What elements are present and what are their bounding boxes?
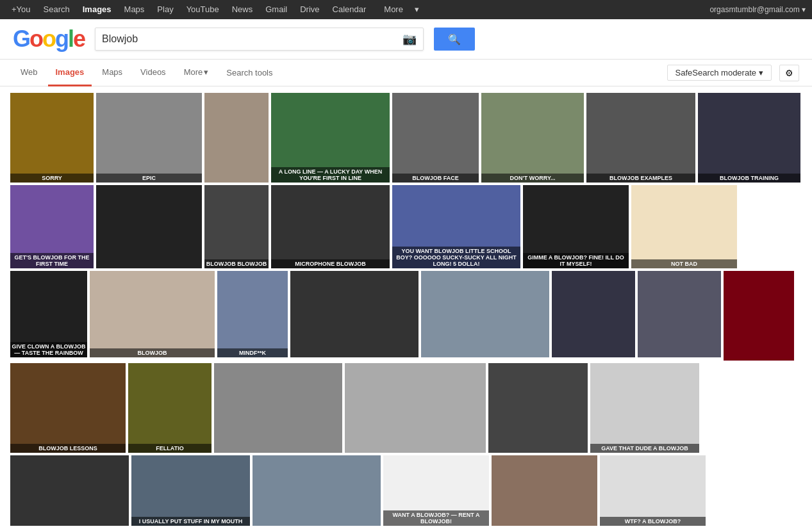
image-cell[interactable] [724, 271, 794, 361]
safesearch-button[interactable]: SafeSearch moderate ▾ [667, 65, 772, 81]
image-grid: SORRYEPICA LONG LINE — A Lucky Day When … [0, 86, 812, 529]
image-cell[interactable]: get's blowjob for the first time [10, 185, 94, 268]
search-input[interactable] [102, 33, 397, 45]
image-cell[interactable]: EPIC [96, 93, 202, 183]
image-label: BLOWJOB BLOWJOB [204, 259, 269, 268]
image-label: DON'T WORRY... [481, 174, 584, 183]
nav-videos[interactable]: Videos [133, 60, 174, 86]
image-label: gimme a blowjob? fine! ill do it myself! [523, 253, 629, 268]
image-label: I usually put stuff in my mouth [131, 517, 250, 526]
top-nav-bar: +You Search Images Maps Play YouTube New… [0, 0, 812, 19]
top-nav-news[interactable]: News [227, 0, 258, 19]
camera-icon[interactable]: 📷 [402, 32, 417, 46]
image-cell[interactable]: BLOWJOB FACE [392, 93, 479, 183]
image-cell[interactable]: MINDF**K [217, 271, 288, 357]
top-nav-calendar[interactable]: Calendar [327, 0, 372, 19]
top-nav-links: +You Search Images Maps Play YouTube New… [6, 0, 429, 19]
top-nav-more[interactable]: More ▾ [374, 0, 429, 19]
image-label: BLOWJOB TRAINING [698, 174, 800, 183]
image-label: SORRY [10, 174, 94, 183]
image-label: FELLATIO [128, 444, 211, 453]
user-account[interactable]: orgasmtumblr@gmail.com ▾ [709, 5, 806, 14]
image-label: get's blowjob for the first time [10, 253, 94, 268]
secondary-nav: Web Images Maps Videos More ▾ Search too… [0, 60, 812, 86]
image-label: WTF? A BLOWJOB? [600, 517, 706, 526]
nav-maps[interactable]: Maps [94, 60, 130, 86]
top-nav-maps[interactable]: Maps [119, 0, 150, 19]
image-cell[interactable]: I usually put stuff in my mouth [131, 455, 250, 526]
image-label: EPIC [96, 174, 202, 183]
top-nav-more-label: More [379, 0, 408, 19]
image-cell[interactable]: Microphone Blowjob [271, 185, 390, 268]
image-label: YOU WANT BLOWJOB LITTLE SCHOOL BOY? OOOO… [392, 247, 520, 268]
image-cell[interactable]: DON'T WORRY... [481, 93, 584, 183]
image-label: MINDF**K [217, 348, 288, 357]
top-nav-images[interactable]: Images [78, 0, 117, 19]
image-cell[interactable] [253, 455, 381, 526]
image-cell[interactable]: BLOWJOB LESSONS [10, 363, 126, 453]
image-cell[interactable]: GIVE CLOWN A BLOWJOB — Taste the rainbow [10, 271, 87, 357]
image-label: GAVE THAT DUDE A BLOWJOB [590, 444, 699, 453]
image-cell[interactable]: SORRY [10, 93, 94, 183]
safesearch-label: SafeSearch moderate [675, 68, 756, 77]
image-label: BLOWJOB FACE [392, 174, 479, 183]
top-nav-youtube[interactable]: YouTube [181, 0, 224, 19]
image-cell[interactable]: FELLATIO [128, 363, 211, 453]
image-cell[interactable] [204, 93, 269, 183]
search-icon: 🔍 [448, 33, 461, 45]
image-cell[interactable]: GAVE THAT DUDE A BLOWJOB [590, 363, 699, 453]
image-label: GIVE CLOWN A BLOWJOB — Taste the rainbow [10, 342, 87, 357]
image-label: Microphone Blowjob [271, 259, 390, 268]
nav-images[interactable]: Images [48, 60, 92, 86]
image-cell[interactable] [214, 363, 342, 453]
image-cell[interactable]: BLOWJOB [90, 271, 215, 357]
nav-more[interactable]: More ▾ [176, 60, 217, 86]
gear-icon: ⚙ [785, 68, 793, 78]
image-label: Want a blowjob? — Rent a blowjob! [383, 510, 489, 526]
settings-gear-button[interactable]: ⚙ [779, 65, 799, 81]
image-cell[interactable] [492, 455, 597, 526]
top-nav-search[interactable]: Search [38, 0, 75, 19]
image-label: NOT BAD [631, 259, 737, 268]
image-cell[interactable]: WTF? A BLOWJOB? [600, 455, 706, 526]
image-cell[interactable]: BLOWJOB BLOWJOB [204, 185, 269, 268]
search-tools-label: Search tools [226, 68, 272, 77]
image-label: BLOWJOB LESSONS [10, 444, 126, 453]
image-cell[interactable]: Want a blowjob? — Rent a blowjob! [383, 455, 489, 526]
image-cell[interactable] [96, 185, 202, 268]
google-logo[interactable]: Google [13, 26, 85, 53]
image-cell[interactable] [638, 271, 721, 357]
image-cell[interactable] [10, 455, 129, 526]
image-cell[interactable] [488, 363, 588, 453]
user-email: orgasmtumblr@gmail.com [709, 5, 799, 14]
top-nav-more-chevron: ▾ [410, 0, 424, 19]
image-cell[interactable]: BLOWJOB TRAINING [698, 93, 800, 183]
image-cell[interactable] [421, 271, 549, 357]
top-nav-play[interactable]: Play [152, 0, 178, 19]
image-cell[interactable]: BLOWJOB EXAMPLES [586, 93, 695, 183]
image-cell[interactable] [290, 271, 418, 357]
image-cell[interactable]: A LONG LINE — A Lucky Day When You're Fi… [271, 93, 390, 183]
image-label: BLOWJOB EXAMPLES [586, 174, 695, 183]
search-header: Google 📷 🔍 [0, 19, 812, 60]
image-cell[interactable]: NOT BAD [631, 185, 737, 268]
image-cell[interactable]: YOU WANT BLOWJOB LITTLE SCHOOL BOY? OOOO… [392, 185, 520, 268]
image-cell[interactable] [552, 271, 635, 357]
image-cell[interactable]: gimme a blowjob? fine! ill do it myself! [523, 185, 629, 268]
nav-more-chevron: ▾ [204, 67, 208, 77]
nav-more-label: More [184, 67, 203, 77]
image-label: A LONG LINE — A Lucky Day When You're Fi… [271, 167, 390, 183]
search-button[interactable]: 🔍 [434, 28, 475, 51]
user-chevron: ▾ [802, 5, 806, 14]
top-nav-drive[interactable]: Drive [295, 0, 324, 19]
search-tools-button[interactable]: Search tools [219, 60, 280, 86]
image-label: BLOWJOB [90, 348, 215, 357]
image-cell[interactable] [345, 363, 486, 453]
safesearch-chevron: ▾ [759, 68, 763, 77]
search-box-container: 📷 [95, 28, 423, 51]
top-nav-you[interactable]: +You [6, 0, 36, 19]
nav-web[interactable]: Web [13, 60, 46, 86]
top-nav-gmail[interactable]: Gmail [260, 0, 292, 19]
